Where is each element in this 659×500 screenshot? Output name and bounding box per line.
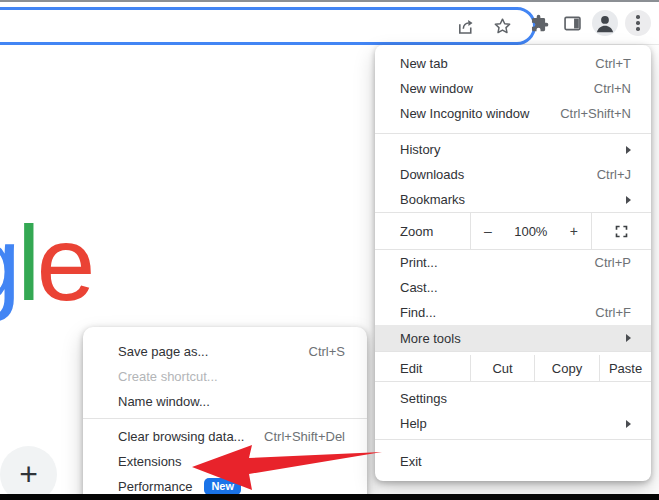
fullscreen-icon [614,224,629,239]
submenu-item-clear-browsing-data[interactable]: Clear browsing data... Ctrl+Shift+Del [83,424,367,449]
menu-item-label: Cast... [400,280,438,295]
chrome-main-menu: New tab Ctrl+T New window Ctrl+N New Inc… [375,45,651,481]
menu-item-label: Extensions [118,454,182,469]
menu-item-label: Performance [118,479,192,494]
side-panel-icon[interactable] [559,10,585,36]
extensions-puzzle-icon[interactable] [526,10,552,36]
submenu-arrow-icon [626,334,631,342]
zoom-in-button[interactable]: + [570,223,578,239]
menu-item-print[interactable]: Print... Ctrl+P [375,250,651,275]
menu-item-label: History [400,142,440,157]
menu-item-shortcut: Ctrl+J [597,167,631,182]
menu-item-label: New Incognito window [400,106,529,121]
menu-item-shortcut: Ctrl+F [595,305,631,320]
edit-paste-button[interactable]: Paste [599,355,651,381]
submenu-item-save-page-as[interactable]: Save page as... Ctrl+S [83,339,367,364]
menu-item-shortcut: Ctrl+N [594,81,631,96]
edit-copy-button[interactable]: Copy [534,355,599,381]
menu-item-downloads[interactable]: Downloads Ctrl+J [375,162,651,187]
menu-item-shortcut: Ctrl+Shift+Del [264,429,345,444]
profile-avatar-icon[interactable] [592,10,618,36]
menu-item-label: Settings [400,391,447,406]
menu-item-cast[interactable]: Cast... [375,275,651,300]
menu-item-exit[interactable]: Exit [375,449,651,474]
menu-item-label: Save page as... [118,344,208,359]
new-badge: New [204,478,241,495]
menu-item-find[interactable]: Find... Ctrl+F [375,300,651,325]
menu-item-label: Name window... [118,394,210,409]
window-bottom-edge [0,494,659,500]
browser-window: gle + New tab Ctrl+T New window Ctrl+N N… [0,0,659,500]
menu-item-new-tab[interactable]: New tab Ctrl+T [375,51,651,76]
window-top-edge [0,0,659,2]
bookmark-star-icon[interactable] [492,16,513,37]
submenu-arrow-icon [626,146,631,154]
fullscreen-button[interactable] [591,213,651,249]
menu-item-shortcut: Ctrl+P [595,255,631,270]
menu-item-shortcut: Ctrl+T [595,56,631,71]
menu-item-help[interactable]: Help [375,411,651,436]
menu-item-label: Exit [400,454,422,469]
menu-item-label: Downloads [400,167,464,182]
address-bar[interactable] [0,7,536,45]
menu-item-label: New window [400,81,473,96]
google-logo-partial: gle [0,210,91,316]
logo-letter-l: l [17,204,37,322]
browser-toolbar [0,2,659,45]
menu-item-new-incognito-window[interactable]: New Incognito window Ctrl+Shift+N [375,101,651,126]
kebab-dots [636,15,639,30]
submenu-item-extensions[interactable]: Extensions [83,449,367,474]
menu-item-label: Create shortcut... [118,369,218,384]
menu-item-label: Clear browsing data... [118,429,244,444]
zoom-controls: – 100% + [470,213,591,249]
logo-letter-e: e [37,204,92,322]
zoom-label: Zoom [375,213,470,249]
menu-item-label: Find... [400,305,436,320]
more-tools-submenu: Save page as... Ctrl+S Create shortcut..… [83,327,367,500]
share-icon[interactable] [455,16,476,37]
zoom-out-button[interactable]: – [484,223,492,239]
toolbar-buttons [526,10,651,36]
menu-item-shortcut: Ctrl+S [309,344,345,359]
submenu-arrow-icon [626,420,631,428]
menu-item-label: More tools [400,331,461,346]
menu-item-bookmarks[interactable]: Bookmarks [375,187,651,212]
submenu-item-name-window[interactable]: Name window... [83,389,367,414]
menu-item-label: Print... [400,255,438,270]
menu-item-new-window[interactable]: New window Ctrl+N [375,76,651,101]
plus-icon: + [19,456,38,493]
menu-item-label: Help [400,416,427,431]
menu-zoom-row: Zoom – 100% + [375,213,651,249]
menu-item-settings[interactable]: Settings [375,386,651,411]
menu-item-history[interactable]: History [375,137,651,162]
edit-cut-button[interactable]: Cut [470,355,534,381]
menu-edit-row: Edit Cut Copy Paste [375,355,651,381]
logo-letter-g: g [0,204,17,322]
submenu-arrow-icon [626,196,631,204]
menu-item-label: Bookmarks [400,192,465,207]
edit-label: Edit [375,355,470,381]
zoom-level-value: 100% [514,224,547,239]
submenu-item-create-shortcut: Create shortcut... [83,364,367,389]
menu-item-shortcut: Ctrl+Shift+N [560,106,631,121]
add-shortcut-button[interactable]: + [0,446,57,500]
menu-item-label: New tab [400,56,448,71]
menu-three-dots-icon[interactable] [625,10,651,36]
menu-item-more-tools[interactable]: More tools [375,325,651,351]
